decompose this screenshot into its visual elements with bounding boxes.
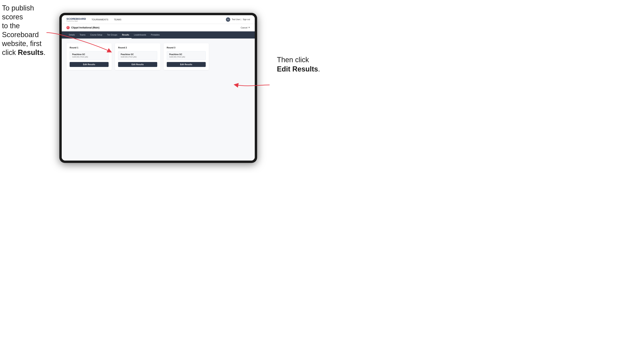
user-label: Test User |: [232, 18, 241, 20]
rounds-grid: Round 1 Peachtree GC Gold (M) (7010 yds)…: [66, 43, 209, 70]
content-area: Round 1 Peachtree GC Gold (M) (7010 yds)…: [62, 38, 255, 161]
tab-teams[interactable]: Teams: [77, 31, 88, 38]
round-3-title: Round 3: [167, 46, 206, 49]
nav-right: TU Test User | Sign out: [226, 17, 250, 22]
annotation-right: Then click Edit Results.: [277, 55, 320, 74]
tab-printables[interactable]: Printables: [148, 31, 162, 38]
tab-results[interactable]: Results: [120, 31, 132, 38]
nav-teams[interactable]: TEAMS: [114, 17, 122, 21]
top-nav: SCOREBOARD Powered by clippd TOURNAMENTS…: [62, 15, 255, 24]
sign-out-link[interactable]: Sign out: [243, 18, 250, 20]
round-2-card: Round 2 Peachtree GC Gold (M) (7010 yds)…: [115, 43, 160, 70]
cancel-button[interactable]: Cancel ✕: [241, 26, 250, 29]
close-icon: ✕: [248, 26, 250, 29]
logo-sub: Powered by clippd: [66, 20, 86, 22]
annotation-left: To publish scores to the Scoreboard webs…: [2, 3, 48, 57]
tab-tee-groups[interactable]: Tee Groups: [105, 31, 120, 38]
round-3-card: Round 3 Peachtree GC Gold (M) (7010 yds)…: [164, 43, 209, 70]
round-1-course-detail: Gold (M) (7010 yds): [72, 56, 106, 58]
round-2-course-name: Peachtree GC: [121, 53, 154, 55]
round-3-course-detail: Gold (M) (7010 yds): [169, 56, 203, 58]
tournament-header: C Clippd Invitational (Main) Cancel ✕: [62, 24, 255, 31]
tab-details[interactable]: Details: [66, 31, 77, 38]
edit-results-btn-2[interactable]: Edit Results: [118, 62, 157, 67]
round-1-course-name: Peachtree GC: [72, 53, 106, 55]
round-1-course-card: Peachtree GC Gold (M) (7010 yds): [70, 51, 108, 60]
tournament-name: Clippd Invitational (Main): [71, 26, 241, 29]
nav-links: TOURNAMENTS TEAMS: [92, 17, 226, 21]
round-2-course-card: Peachtree GC Gold (M) (7010 yds): [118, 51, 157, 60]
edit-results-btn-1[interactable]: Edit Results: [70, 62, 108, 67]
round-3-course-card: Peachtree GC Gold (M) (7010 yds): [167, 51, 206, 60]
round-1-title: Round 1: [70, 46, 108, 49]
logo-text: SCOREBOARD: [66, 17, 86, 20]
tab-nav: Details Teams Course Setup Tee Groups Re…: [62, 31, 255, 38]
nav-tournaments[interactable]: TOURNAMENTS: [92, 17, 108, 21]
tablet-screen: SCOREBOARD Powered by clippd TOURNAMENTS…: [62, 15, 255, 161]
tab-course-setup[interactable]: Course Setup: [88, 31, 105, 38]
round-1-card: Round 1 Peachtree GC Gold (M) (7010 yds)…: [66, 43, 112, 70]
edit-results-btn-3[interactable]: Edit Results: [167, 62, 206, 67]
logo-area: SCOREBOARD Powered by clippd: [66, 17, 86, 22]
tournament-icon: C: [66, 26, 70, 29]
tablet-device: SCOREBOARD Powered by clippd TOURNAMENTS…: [59, 13, 257, 163]
round-2-course-detail: Gold (M) (7010 yds): [121, 56, 154, 58]
round-3-course-name: Peachtree GC: [169, 53, 203, 55]
round-2-title: Round 2: [118, 46, 157, 49]
tab-leaderboards[interactable]: Leaderboards: [132, 31, 148, 38]
user-avatar: TU: [226, 17, 230, 22]
